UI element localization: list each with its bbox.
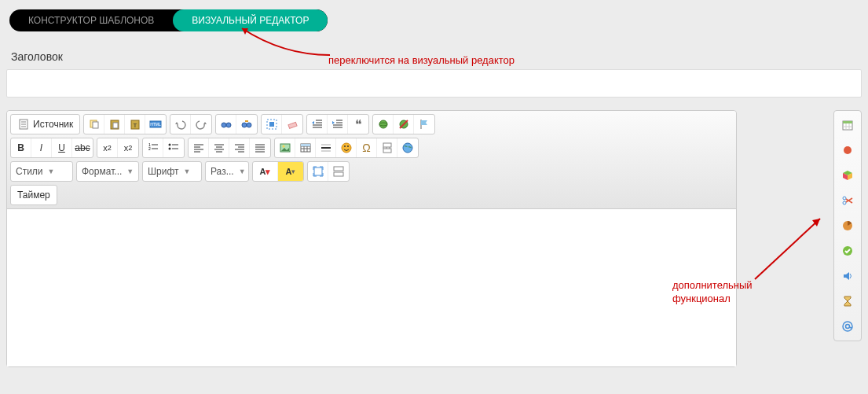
select-all-button[interactable] — [262, 115, 282, 134]
align-right-icon — [233, 142, 246, 154]
image-button[interactable] — [275, 138, 295, 157]
bg-color-icon: A — [286, 167, 292, 176]
package-icon — [841, 169, 854, 182]
smiley-button[interactable] — [336, 138, 357, 157]
paste-html-button[interactable]: HTML — [145, 115, 166, 134]
annotation-switch: переключится на визуальный редактор — [328, 54, 515, 66]
redo-icon — [195, 118, 207, 131]
bg-color-button[interactable]: A▾ — [278, 162, 303, 181]
wysiwyg-editor: Источник T HTML — [6, 110, 737, 367]
svg-text:HTML: HTML — [150, 122, 161, 127]
side-calendar-button[interactable] — [837, 116, 859, 134]
svg-point-13 — [226, 123, 231, 127]
svg-text:T: T — [133, 122, 137, 129]
unlink-button[interactable] — [394, 115, 414, 134]
source-button[interactable]: Источник — [11, 115, 79, 134]
side-scissors-button[interactable] — [837, 191, 859, 210]
svg-point-27 — [379, 120, 387, 128]
tab-visual-editor[interactable]: ВИЗУАЛЬНЫЙ РЕДАКТОР — [173, 9, 328, 31]
copy-icon — [88, 118, 101, 131]
check-circle-icon — [841, 245, 854, 257]
side-timer-button[interactable] — [837, 292, 859, 311]
iframe-button[interactable] — [397, 138, 418, 157]
svg-point-83 — [843, 201, 846, 204]
svg-point-68 — [344, 145, 346, 147]
side-email-button[interactable] — [837, 317, 859, 336]
styles-dropdown[interactable]: Стили▼ — [10, 161, 73, 182]
tab-constructor[interactable]: КОНСТРУКТОР ШАБЛОНОВ — [9, 9, 173, 31]
outdent-icon — [311, 118, 324, 131]
page-break-button[interactable] — [377, 138, 397, 157]
image-icon — [279, 142, 291, 154]
svg-rect-75 — [334, 167, 343, 171]
bold-button[interactable]: B — [11, 138, 31, 157]
at-icon — [841, 320, 854, 333]
unlink-icon — [397, 118, 410, 131]
align-left-button[interactable] — [189, 138, 209, 157]
svg-rect-72 — [383, 149, 391, 153]
link-button[interactable] — [373, 115, 394, 134]
italic-button[interactable]: I — [31, 138, 52, 157]
align-justify-button[interactable] — [250, 138, 270, 157]
numbered-list-button[interactable]: 12 — [143, 138, 163, 157]
subscript-button[interactable]: x2 — [97, 138, 118, 157]
paste-icon — [108, 118, 121, 131]
align-center-button[interactable] — [209, 138, 229, 157]
paste-button[interactable] — [104, 115, 125, 134]
smiley-icon — [340, 142, 353, 154]
side-brush-button[interactable] — [837, 141, 859, 160]
replace-button[interactable] — [236, 115, 257, 134]
indent-button[interactable] — [328, 115, 348, 134]
hr-button[interactable] — [316, 138, 336, 157]
outdent-button[interactable] — [307, 115, 328, 134]
anchor-button[interactable] — [414, 115, 434, 134]
underline-button[interactable]: U — [52, 138, 72, 157]
scissors-icon — [841, 194, 854, 207]
side-check-button[interactable] — [837, 241, 859, 260]
page-break-icon — [381, 142, 394, 154]
timer-button[interactable]: Таймер — [11, 186, 57, 204]
side-chart-button[interactable] — [837, 216, 859, 235]
editor-content[interactable] — [7, 209, 736, 366]
red-dot-icon — [841, 144, 854, 156]
blockquote-button[interactable]: ❝ — [348, 115, 368, 134]
format-dropdown[interactable]: Формат...▼ — [76, 161, 139, 182]
font-dropdown[interactable]: Шрифт▼ — [142, 161, 202, 182]
svg-point-90 — [846, 325, 850, 329]
show-blocks-button[interactable] — [328, 162, 349, 181]
superscript-button[interactable]: x2 — [118, 138, 138, 157]
bullet-list-button[interactable] — [163, 138, 184, 157]
remove-format-button[interactable] — [282, 115, 302, 134]
redo-button[interactable] — [191, 115, 211, 134]
mode-tabs: КОНСТРУКТОР ШАБЛОНОВ ВИЗУАЛЬНЫЙ РЕДАКТОР — [9, 9, 328, 31]
text-color-icon: A▾ — [260, 167, 271, 177]
svg-rect-76 — [334, 172, 343, 176]
align-left-icon — [192, 142, 205, 154]
align-center-icon — [213, 142, 225, 154]
align-justify-icon — [254, 142, 266, 154]
svg-point-73 — [403, 143, 412, 153]
svg-point-15 — [247, 123, 251, 127]
svg-point-82 — [844, 146, 852, 154]
eraser-icon — [286, 118, 298, 131]
strike-button[interactable]: abc — [72, 138, 93, 157]
svg-point-84 — [843, 197, 846, 200]
paste-text-button[interactable]: T — [125, 115, 145, 134]
maximize-icon — [312, 165, 324, 178]
svg-point-57 — [282, 145, 284, 148]
table-button[interactable] — [295, 138, 316, 157]
side-sound-button[interactable] — [837, 267, 859, 285]
find-button[interactable] — [216, 115, 236, 134]
text-color-button[interactable]: A▾ — [253, 162, 278, 181]
size-dropdown[interactable]: Раз...▼ — [205, 161, 249, 182]
timer-label: Таймер — [17, 190, 50, 201]
title-input[interactable] — [6, 69, 862, 98]
align-right-button[interactable] — [229, 138, 250, 157]
undo-button[interactable] — [170, 115, 191, 134]
copy-button[interactable] — [84, 115, 104, 134]
side-module-button[interactable] — [837, 166, 859, 185]
blocks-icon — [332, 165, 345, 178]
indent-icon — [331, 118, 344, 131]
maximize-button[interactable] — [308, 162, 328, 181]
special-char-button[interactable]: Ω — [357, 138, 377, 157]
